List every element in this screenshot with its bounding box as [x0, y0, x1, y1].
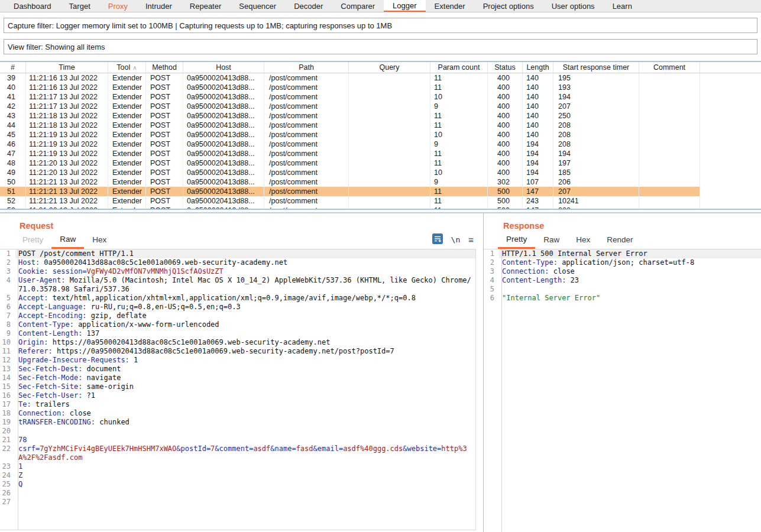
tab-intruder[interactable]: Intruder: [137, 0, 181, 12]
table-row[interactable]: 5211:21:21 13 Jul 2022ExtenderPOST0a9500…: [0, 196, 761, 206]
column-header-status[interactable]: Status: [488, 62, 523, 73]
code-line: 18Connection: close: [0, 409, 475, 418]
request-subtabs: PrettyRawHex \n ≡: [0, 231, 483, 249]
tab-proxy[interactable]: Proxy: [99, 0, 137, 12]
table-row[interactable]: 4111:21:17 13 Jul 2022ExtenderPOST0a9500…: [0, 92, 761, 102]
request-tab-hex[interactable]: Hex: [84, 231, 115, 249]
code-line: 27: [0, 498, 475, 507]
code-line: 16Sec-Fetch-User: ?1: [0, 391, 475, 400]
table-row[interactable]: 5011:21:21 13 Jul 2022ExtenderPOST0a9500…: [0, 177, 761, 187]
code-line: 24Z: [0, 471, 475, 480]
code-line: 6Accept-Language: ru-RU,ru;q=0.8,en-US;q…: [0, 303, 475, 312]
table-row[interactable]: 4411:21:18 13 Jul 2022ExtenderPOST0a9500…: [0, 121, 761, 130]
code-line: 2178: [0, 436, 475, 445]
column-header-host[interactable]: Host: [183, 62, 264, 73]
table-row[interactable]: 4311:21:18 13 Jul 2022ExtenderPOST0a9500…: [0, 111, 761, 121]
code-line: 3Connection: close: [484, 267, 761, 276]
code-line: 22csrf=7gYzhMCiFvi4gBEyUEEk7HmHSHM7xWAO&…: [0, 445, 475, 462]
table-row[interactable]: 4911:21:20 13 Jul 2022ExtenderPOST0a9500…: [0, 168, 761, 177]
code-line: 19tRANSFER-ENCODING: chunked: [0, 418, 475, 427]
column-header-length[interactable]: Length: [523, 62, 553, 73]
tab-learn[interactable]: Learn: [604, 0, 641, 12]
view-filter-text: View filter: Showing all items: [8, 43, 105, 51]
response-subtabs: PrettyRawHexRender: [484, 231, 761, 249]
column-header-param-count[interactable]: Param count: [430, 62, 488, 73]
table-row[interactable]: 4511:21:19 13 Jul 2022ExtenderPOST0a9500…: [0, 130, 761, 140]
code-line: 7Accept-Encoding: gzip, deflate: [0, 312, 475, 320]
code-line: 13Sec-Fetch-Dest: document: [0, 365, 475, 374]
tab-comparer[interactable]: Comparer: [332, 0, 384, 12]
response-tab-render[interactable]: Render: [598, 231, 641, 249]
capture-filter-bar[interactable]: Capture filter: Logger memory limit set …: [4, 18, 757, 33]
tab-target[interactable]: Target: [60, 0, 99, 12]
request-panel: Request PrettyRawHex \n ≡ 1POST /post/co…: [0, 213, 484, 532]
menu-icon[interactable]: ≡: [468, 235, 474, 245]
table-row[interactable]: 5111:21:21 13 Jul 2022ExtenderPOST0a9500…: [0, 187, 761, 196]
code-line: 6"Internal Server Error": [484, 294, 761, 303]
code-line: 4User-Agent: Mozilla/5.0 (Macintosh; Int…: [0, 276, 475, 294]
code-line: 1HTTP/1.1 500 Internal Server Error: [484, 249, 761, 258]
view-filter-bar[interactable]: View filter: Showing all items: [4, 39, 757, 54]
table-row[interactable]: 4711:21:19 13 Jul 2022ExtenderPOST0a9500…: [0, 149, 761, 158]
response-editor[interactable]: 1HTTP/1.1 500 Internal Server Error2Cont…: [484, 249, 761, 532]
code-line: 231: [0, 462, 475, 471]
code-line: 11Referer: https://0a9500020413d88ac08c5…: [0, 347, 475, 356]
main-tab-bar: DashboardTargetProxyIntruderRepeaterSequ…: [0, 0, 761, 12]
code-line: 26: [0, 489, 475, 498]
log-table-header: #TimeTool∧MethodHostPathQueryParam count…: [0, 62, 761, 73]
code-line: 20: [0, 427, 475, 436]
table-row[interactable]: 4811:21:20 13 Jul 2022ExtenderPOST0a9500…: [0, 158, 761, 168]
response-tab-hex[interactable]: Hex: [568, 231, 598, 249]
column-header-filler: [700, 62, 761, 73]
response-panel: Response PrettyRawHexRender 1HTTP/1.1 50…: [484, 213, 761, 532]
code-line: 14Sec-Fetch-Mode: navigate: [0, 374, 475, 382]
table-row[interactable]: 3911:21:16 13 Jul 2022ExtenderPOST0a9500…: [0, 73, 761, 83]
column-header-time[interactable]: Time: [26, 62, 108, 73]
column-header-[interactable]: #: [0, 62, 26, 73]
tab-extender[interactable]: Extender: [426, 0, 474, 12]
tab-logger[interactable]: Logger: [384, 0, 425, 12]
request-tab-pretty[interactable]: Pretty: [14, 231, 51, 249]
code-line: 17Te: trailers: [0, 400, 475, 409]
response-tab-raw[interactable]: Raw: [535, 231, 568, 249]
code-line: 25Q: [0, 480, 475, 489]
tab-project-options[interactable]: Project options: [474, 0, 543, 12]
code-line: 4Content-Length: 23: [484, 276, 761, 285]
column-header-tool[interactable]: Tool∧: [108, 62, 146, 73]
column-header-query[interactable]: Query: [349, 62, 430, 73]
sort-asc-icon: ∧: [132, 64, 137, 71]
nonprintable-toggle-icon[interactable]: [432, 233, 443, 246]
log-table-body: 3911:21:16 13 Jul 2022ExtenderPOST0a9500…: [0, 73, 761, 209]
code-line: 3Cookie: session=VgFWy4D2vMfON7vMNMhjQ1S…: [0, 267, 475, 276]
log-table: #TimeTool∧MethodHostPathQueryParam count…: [0, 61, 761, 209]
request-tab-raw[interactable]: Raw: [51, 231, 84, 249]
tab-sequencer[interactable]: Sequencer: [230, 0, 285, 12]
code-line: 5: [484, 285, 761, 294]
code-line: 1POST /post/comment HTTP/1.1: [0, 249, 475, 258]
capture-filter-text: Capture filter: Logger memory limit set …: [8, 21, 392, 30]
tab-repeater[interactable]: Repeater: [181, 0, 230, 12]
column-header-comment[interactable]: Comment: [639, 62, 700, 73]
burp-logger-window: DashboardTargetProxyIntruderRepeaterSequ…: [0, 0, 761, 532]
code-line: 15Sec-Fetch-Site: same-origin: [0, 382, 475, 391]
request-header-icons: \n ≡: [432, 231, 483, 249]
tab-decoder[interactable]: Decoder: [285, 0, 332, 12]
column-header-path[interactable]: Path: [264, 62, 349, 73]
code-line: 8Content-Type: application/x-www-form-ur…: [0, 320, 475, 329]
code-line: 2Content-Type: application/json; charset…: [484, 258, 761, 267]
horizontal-splitter[interactable]: [0, 209, 761, 213]
code-line: 9Content-Length: 137: [0, 329, 475, 338]
newline-icon[interactable]: \n: [451, 235, 461, 244]
column-header-start-response-timer[interactable]: Start response timer: [553, 62, 639, 73]
response-title: Response: [484, 213, 761, 231]
table-row[interactable]: 4011:21:16 13 Jul 2022ExtenderPOST0a9500…: [0, 83, 761, 92]
table-row[interactable]: 4611:21:19 13 Jul 2022ExtenderPOST0a9500…: [0, 140, 761, 149]
code-line: 5Accept: text/html,application/xhtml+xml…: [0, 294, 475, 303]
tab-dashboard[interactable]: Dashboard: [5, 0, 60, 12]
request-title: Request: [0, 213, 483, 231]
response-tab-pretty[interactable]: Pretty: [498, 231, 535, 249]
column-header-method[interactable]: Method: [146, 62, 183, 73]
request-editor[interactable]: 1POST /post/comment HTTP/1.12Host: 0a950…: [0, 249, 476, 530]
table-row[interactable]: 4211:21:17 13 Jul 2022ExtenderPOST0a9500…: [0, 102, 761, 111]
tab-user-options[interactable]: User options: [543, 0, 604, 12]
